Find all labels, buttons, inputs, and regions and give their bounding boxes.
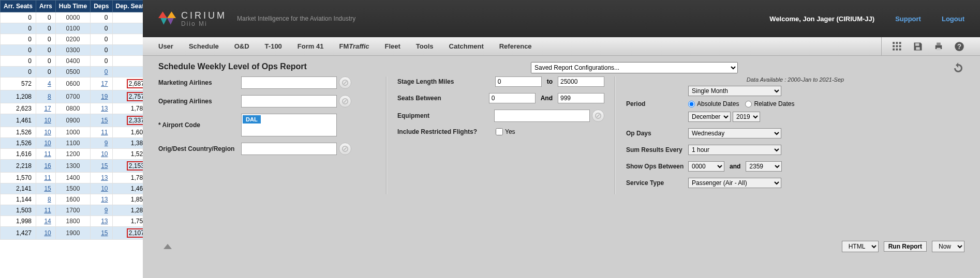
cell-arrs[interactable]: 11 xyxy=(36,205,56,216)
label-equipment: Equipment xyxy=(397,112,494,119)
support-link[interactable]: Support xyxy=(895,15,921,23)
saved-report-select[interactable]: Saved Report Configurations... xyxy=(531,62,738,73)
period-select[interactable]: Single Month xyxy=(688,86,781,96)
cell-deps[interactable]: 10 xyxy=(91,183,112,194)
save-icon[interactable] xyxy=(913,41,923,52)
cell-deps[interactable]: 11 xyxy=(91,127,112,138)
restricted-checkbox[interactable] xyxy=(496,128,503,135)
cell-arrs[interactable]: 10 xyxy=(36,138,56,149)
cell-arrs[interactable]: 15 xyxy=(36,183,56,194)
menu-catchment[interactable]: Catchment xyxy=(449,42,484,50)
marketing-airlines-input[interactable] xyxy=(241,76,337,89)
logo-text: CIRIUM Diio Mi xyxy=(181,10,227,27)
table-row: 2,141151500101,462 xyxy=(1,183,151,194)
year-select[interactable]: 2019 xyxy=(733,112,760,122)
menu-tools[interactable]: Tools xyxy=(416,42,434,50)
apps-icon[interactable] xyxy=(892,41,902,52)
collapse-triangle-icon[interactable] xyxy=(164,244,172,249)
menu-fmtraffic[interactable]: FMTraffic xyxy=(339,42,369,50)
origdest-input[interactable] xyxy=(241,143,337,155)
cell-arr-seats: 1,503 xyxy=(1,205,36,216)
cell-arrs[interactable]: 8 xyxy=(36,194,56,205)
cell-deps[interactable]: 13 xyxy=(91,194,112,205)
stage-from-input[interactable] xyxy=(495,76,542,87)
col-hub-time[interactable]: Hub Time xyxy=(55,1,90,12)
cell-deps[interactable]: 13 xyxy=(91,103,112,114)
cell-arrs[interactable]: 14 xyxy=(36,216,56,227)
table-row: 00050000 xyxy=(1,67,151,78)
stage-to-input[interactable] xyxy=(558,76,604,87)
cell-arrs[interactable]: 4 xyxy=(36,78,56,90)
clear-operating-icon[interactable] xyxy=(339,95,351,107)
output-format-select[interactable]: HTML xyxy=(842,241,879,252)
label-opdays: Op Days xyxy=(626,130,688,137)
table-row: 1,616111200101,526 xyxy=(1,149,151,160)
label-restricted: Include Restricted Flights? xyxy=(397,128,496,135)
menu-form41[interactable]: Form 41 xyxy=(298,42,324,50)
table-row: 1,52610110091,383 xyxy=(1,138,151,149)
cell-deps[interactable]: 17 xyxy=(91,78,112,90)
cell-arrs[interactable]: 10 xyxy=(36,114,56,127)
service-select[interactable]: Passenger (Air - All) xyxy=(688,178,781,188)
svg-rect-7 xyxy=(893,45,895,47)
menu-schedule[interactable]: Schedule xyxy=(189,42,219,50)
operating-airlines-input[interactable] xyxy=(241,95,337,107)
svg-rect-13 xyxy=(915,43,919,45)
cell-deps[interactable]: 15 xyxy=(91,114,112,127)
svg-marker-3 xyxy=(167,18,174,25)
col-arr-seats[interactable]: Arr. Seats xyxy=(1,1,36,12)
cell-arrs[interactable]: 11 xyxy=(36,149,56,160)
run-when-select[interactable]: Now xyxy=(932,241,964,252)
cell-arrs[interactable]: 16 xyxy=(36,160,56,173)
cell-deps[interactable]: 9 xyxy=(91,205,112,216)
clear-marketing-icon[interactable] xyxy=(339,76,351,89)
menu-user[interactable]: User xyxy=(158,42,173,50)
cell-deps[interactable]: 15 xyxy=(91,160,112,173)
refresh-icon[interactable] xyxy=(952,62,964,74)
absolute-dates-radio[interactable] xyxy=(688,101,695,107)
cell-arrs[interactable]: 10 xyxy=(36,227,56,240)
logout-link[interactable]: Logout xyxy=(942,15,964,23)
ops-to-select[interactable]: 2359 xyxy=(746,161,782,172)
cell-deps[interactable]: 19 xyxy=(91,90,112,103)
cell-hub-time: 1000 xyxy=(55,127,90,138)
table-row: 00010000 xyxy=(1,23,151,34)
menu-fleet[interactable]: Fleet xyxy=(384,42,400,50)
ops-from-select[interactable]: 0000 xyxy=(688,161,724,172)
clear-equipment-icon[interactable] xyxy=(592,110,604,122)
cell-hub-time: 0900 xyxy=(55,114,90,127)
sum-select[interactable]: 1 hour xyxy=(688,145,781,155)
menu-t100[interactable]: T-100 xyxy=(265,42,282,50)
label-relative: Relative Dates xyxy=(754,100,794,107)
cell-deps[interactable]: 13 xyxy=(91,216,112,227)
airport-code-input[interactable]: DAL xyxy=(241,114,337,136)
month-select[interactable]: December xyxy=(688,112,731,122)
seats-from-input[interactable] xyxy=(489,93,536,103)
cell-arrs[interactable]: 10 xyxy=(36,127,56,138)
opdays-select[interactable]: Wednesday xyxy=(688,128,781,138)
cell-deps[interactable]: 10 xyxy=(91,149,112,160)
cell-hub-time: 0600 xyxy=(55,78,90,90)
col-deps[interactable]: Deps xyxy=(91,1,112,12)
cell-deps[interactable]: 9 xyxy=(91,138,112,149)
menu-od[interactable]: O&D xyxy=(234,42,249,50)
relative-dates-radio[interactable] xyxy=(745,101,752,107)
help-icon[interactable]: ? xyxy=(954,41,964,52)
cell-deps[interactable]: 0 xyxy=(91,67,112,78)
menu-reference[interactable]: Reference xyxy=(499,42,532,50)
run-report-button[interactable]: Run Report xyxy=(884,241,927,252)
cell-arrs[interactable]: 17 xyxy=(36,103,56,114)
cell-deps[interactable]: 13 xyxy=(91,173,112,183)
cell-hub-time: 0000 xyxy=(55,12,90,23)
svg-line-23 xyxy=(344,100,346,102)
equipment-input[interactable] xyxy=(494,110,590,122)
cell-arrs[interactable]: 8 xyxy=(36,90,56,103)
clear-origdest-icon[interactable] xyxy=(339,143,351,155)
col-arrs[interactable]: Arrs xyxy=(36,1,56,12)
print-icon[interactable] xyxy=(933,41,944,52)
seats-to-input[interactable] xyxy=(558,93,604,103)
cell-arrs: 0 xyxy=(36,45,56,56)
cell-arrs[interactable]: 11 xyxy=(36,173,56,183)
cell-deps[interactable]: 15 xyxy=(91,227,112,240)
airport-tag[interactable]: DAL xyxy=(243,115,261,123)
